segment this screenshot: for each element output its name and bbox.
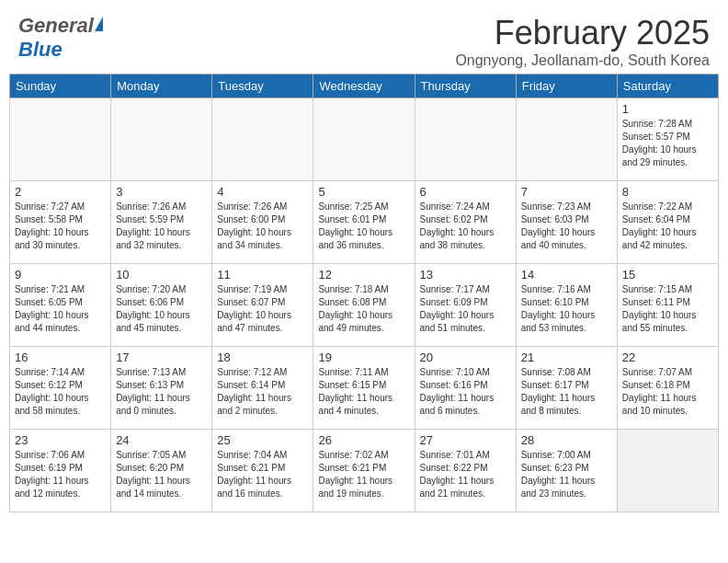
day-info: Sunrise: 7:02 AM Sunset: 6:21 PM Dayligh…: [318, 449, 409, 500]
day-info: Sunrise: 7:26 AM Sunset: 5:59 PM Dayligh…: [116, 201, 207, 252]
day-info: Sunrise: 7:01 AM Sunset: 6:22 PM Dayligh…: [420, 449, 511, 500]
day-number: 15: [622, 268, 713, 282]
logo: General Blue: [18, 14, 103, 62]
day-info: Sunrise: 7:27 AM Sunset: 5:58 PM Dayligh…: [15, 201, 106, 252]
day-info: Sunrise: 7:06 AM Sunset: 6:19 PM Dayligh…: [15, 449, 106, 500]
day-info: Sunrise: 7:25 AM Sunset: 6:01 PM Dayligh…: [318, 201, 409, 252]
table-row: 27Sunrise: 7:01 AM Sunset: 6:22 PM Dayli…: [415, 430, 516, 512]
day-info: Sunrise: 7:21 AM Sunset: 6:05 PM Dayligh…: [15, 283, 106, 335]
calendar-week-2: 2Sunrise: 7:27 AM Sunset: 5:58 PM Daylig…: [10, 181, 719, 264]
col-sunday: Sunday: [10, 75, 111, 98]
title-section: February 2025 Ongnyong, Jeollanam-do, So…: [455, 14, 710, 69]
table-row: 15Sunrise: 7:15 AM Sunset: 6:11 PM Dayli…: [617, 264, 718, 347]
table-row: 22Sunrise: 7:07 AM Sunset: 6:18 PM Dayli…: [617, 347, 718, 430]
day-number: 14: [521, 268, 612, 282]
table-row: 3Sunrise: 7:26 AM Sunset: 5:59 PM Daylig…: [111, 181, 212, 264]
day-number: 23: [15, 433, 106, 447]
day-info: Sunrise: 7:05 AM Sunset: 6:20 PM Dayligh…: [116, 449, 207, 500]
day-info: Sunrise: 7:13 AM Sunset: 6:13 PM Dayligh…: [116, 366, 207, 418]
day-number: 13: [420, 268, 511, 282]
day-number: 21: [521, 350, 612, 364]
day-info: Sunrise: 7:24 AM Sunset: 6:02 PM Dayligh…: [420, 201, 511, 252]
table-row: 4Sunrise: 7:26 AM Sunset: 6:00 PM Daylig…: [212, 181, 313, 264]
day-number: 1: [622, 102, 713, 116]
calendar-week-5: 23Sunrise: 7:06 AM Sunset: 6:19 PM Dayli…: [10, 430, 719, 512]
day-info: Sunrise: 7:26 AM Sunset: 6:00 PM Dayligh…: [217, 201, 308, 252]
calendar-table: Sunday Monday Tuesday Wednesday Thursday…: [9, 74, 719, 512]
day-info: Sunrise: 7:23 AM Sunset: 6:03 PM Dayligh…: [521, 201, 612, 252]
day-number: 9: [15, 268, 106, 282]
table-row: 28Sunrise: 7:00 AM Sunset: 6:23 PM Dayli…: [516, 430, 617, 512]
col-thursday: Thursday: [415, 75, 516, 98]
day-number: 8: [622, 185, 713, 199]
table-row: 16Sunrise: 7:14 AM Sunset: 6:12 PM Dayli…: [10, 347, 111, 430]
calendar-week-1: 1Sunrise: 7:28 AM Sunset: 5:57 PM Daylig…: [10, 98, 719, 181]
day-info: Sunrise: 7:08 AM Sunset: 6:17 PM Dayligh…: [521, 366, 612, 418]
day-number: 25: [217, 433, 308, 447]
col-monday: Monday: [111, 75, 212, 98]
table-row: 25Sunrise: 7:04 AM Sunset: 6:21 PM Dayli…: [212, 430, 313, 512]
location: Ongnyong, Jeollanam-do, South Korea: [455, 52, 710, 69]
logo-blue: Blue: [18, 38, 63, 61]
table-row: 1Sunrise: 7:28 AM Sunset: 5:57 PM Daylig…: [617, 98, 718, 181]
day-number: 7: [521, 185, 612, 199]
table-row: 20Sunrise: 7:10 AM Sunset: 6:16 PM Dayli…: [415, 347, 516, 430]
table-row: 18Sunrise: 7:12 AM Sunset: 6:14 PM Dayli…: [212, 347, 313, 430]
table-row: 24Sunrise: 7:05 AM Sunset: 6:20 PM Dayli…: [111, 430, 212, 512]
table-row: 21Sunrise: 7:08 AM Sunset: 6:17 PM Dayli…: [516, 347, 617, 430]
day-info: Sunrise: 7:04 AM Sunset: 6:21 PM Dayligh…: [217, 449, 308, 500]
col-tuesday: Tuesday: [212, 75, 313, 98]
calendar-week-3: 9Sunrise: 7:21 AM Sunset: 6:05 PM Daylig…: [10, 264, 719, 347]
table-row: 2Sunrise: 7:27 AM Sunset: 5:58 PM Daylig…: [10, 181, 111, 264]
day-number: 18: [217, 350, 308, 364]
month-title: February 2025: [455, 14, 710, 52]
table-row: 5Sunrise: 7:25 AM Sunset: 6:01 PM Daylig…: [313, 181, 415, 264]
day-number: 16: [15, 350, 106, 364]
day-info: Sunrise: 7:15 AM Sunset: 6:11 PM Dayligh…: [622, 283, 713, 335]
logo-icon: [95, 17, 103, 31]
table-row: 9Sunrise: 7:21 AM Sunset: 6:05 PM Daylig…: [10, 264, 111, 347]
day-number: 11: [217, 268, 308, 282]
day-number: 6: [420, 185, 511, 199]
day-info: Sunrise: 7:19 AM Sunset: 6:07 PM Dayligh…: [217, 283, 308, 335]
day-number: 26: [318, 433, 409, 447]
table-row: [10, 98, 111, 181]
table-row: [415, 98, 516, 181]
table-row: [313, 98, 415, 181]
table-row: 17Sunrise: 7:13 AM Sunset: 6:13 PM Dayli…: [111, 347, 212, 430]
table-row: 19Sunrise: 7:11 AM Sunset: 6:15 PM Dayli…: [313, 347, 415, 430]
day-number: 22: [622, 350, 713, 364]
calendar-header-row: Sunday Monday Tuesday Wednesday Thursday…: [10, 75, 719, 98]
day-number: 19: [318, 350, 409, 364]
day-info: Sunrise: 7:18 AM Sunset: 6:08 PM Dayligh…: [318, 283, 409, 335]
table-row: 12Sunrise: 7:18 AM Sunset: 6:08 PM Dayli…: [313, 264, 415, 347]
day-info: Sunrise: 7:20 AM Sunset: 6:06 PM Dayligh…: [116, 283, 207, 335]
table-row: 8Sunrise: 7:22 AM Sunset: 6:04 PM Daylig…: [617, 181, 718, 264]
day-number: 4: [217, 185, 308, 199]
day-number: 5: [318, 185, 409, 199]
table-row: 26Sunrise: 7:02 AM Sunset: 6:21 PM Dayli…: [313, 430, 415, 512]
day-number: 10: [116, 268, 207, 282]
day-number: 2: [15, 185, 106, 199]
day-info: Sunrise: 7:12 AM Sunset: 6:14 PM Dayligh…: [217, 366, 308, 418]
day-number: 3: [116, 185, 207, 199]
table-row: 13Sunrise: 7:17 AM Sunset: 6:09 PM Dayli…: [415, 264, 516, 347]
day-info: Sunrise: 7:11 AM Sunset: 6:15 PM Dayligh…: [318, 366, 409, 418]
table-row: 7Sunrise: 7:23 AM Sunset: 6:03 PM Daylig…: [516, 181, 617, 264]
day-number: 12: [318, 268, 409, 282]
day-info: Sunrise: 7:17 AM Sunset: 6:09 PM Dayligh…: [420, 283, 511, 335]
day-number: 28: [521, 433, 612, 447]
table-row: 11Sunrise: 7:19 AM Sunset: 6:07 PM Dayli…: [212, 264, 313, 347]
col-friday: Friday: [516, 75, 617, 98]
day-info: Sunrise: 7:22 AM Sunset: 6:04 PM Dayligh…: [622, 201, 713, 252]
day-info: Sunrise: 7:14 AM Sunset: 6:12 PM Dayligh…: [15, 366, 106, 418]
day-number: 17: [116, 350, 207, 364]
day-info: Sunrise: 7:07 AM Sunset: 6:18 PM Dayligh…: [622, 366, 713, 418]
table-row: [516, 98, 617, 181]
col-wednesday: Wednesday: [313, 75, 415, 98]
col-saturday: Saturday: [617, 75, 718, 98]
table-row: 6Sunrise: 7:24 AM Sunset: 6:02 PM Daylig…: [415, 181, 516, 264]
table-row: 10Sunrise: 7:20 AM Sunset: 6:06 PM Dayli…: [111, 264, 212, 347]
day-info: Sunrise: 7:16 AM Sunset: 6:10 PM Dayligh…: [521, 283, 612, 335]
day-info: Sunrise: 7:10 AM Sunset: 6:16 PM Dayligh…: [420, 366, 511, 418]
